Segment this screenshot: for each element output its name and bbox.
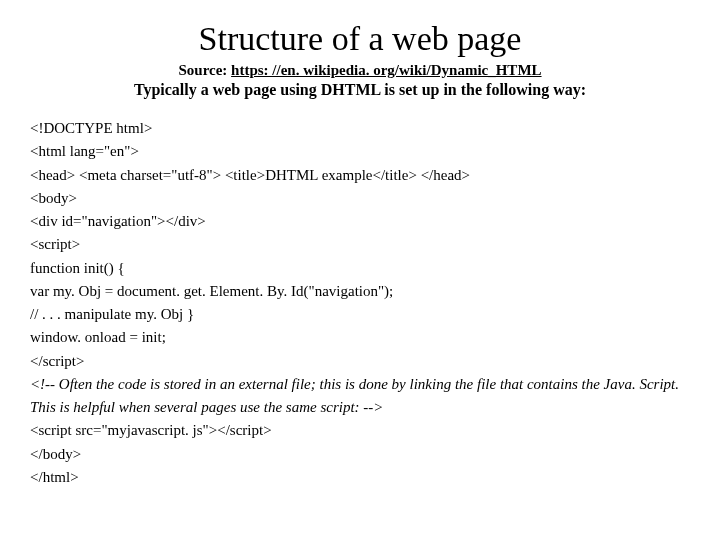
code-line: <script> xyxy=(30,233,690,256)
code-line: </body> xyxy=(30,443,690,466)
code-line: function init() { xyxy=(30,257,690,280)
code-block: <!DOCTYPE html> <html lang="en"> <head> … xyxy=(30,117,690,489)
code-line: <body> xyxy=(30,187,690,210)
code-line: <div id="navigation"></div> xyxy=(30,210,690,233)
code-line: <script src="myjavascript. js"></script> xyxy=(30,419,690,442)
page-title: Structure of a web page xyxy=(30,20,690,58)
code-line: // . . . manipulate my. Obj } xyxy=(30,303,690,326)
code-line: <head> <meta charset="utf-8"> <title>DHT… xyxy=(30,164,690,187)
source-link[interactable]: https: //en. wikipedia. org/wiki/Dynamic… xyxy=(231,62,541,78)
source-label: Source: xyxy=(178,62,231,78)
code-line: <!DOCTYPE html> xyxy=(30,117,690,140)
intro-text: Typically a web page using DHTML is set … xyxy=(30,81,690,99)
code-line: </html> xyxy=(30,466,690,489)
code-line: window. onload = init; xyxy=(30,326,690,349)
code-line: </script> xyxy=(30,350,690,373)
source-line: Source: https: //en. wikipedia. org/wiki… xyxy=(30,62,690,79)
code-comment: <!-- Often the code is stored in an exte… xyxy=(30,373,690,420)
code-line: <html lang="en"> xyxy=(30,140,690,163)
code-line: var my. Obj = document. get. Element. By… xyxy=(30,280,690,303)
